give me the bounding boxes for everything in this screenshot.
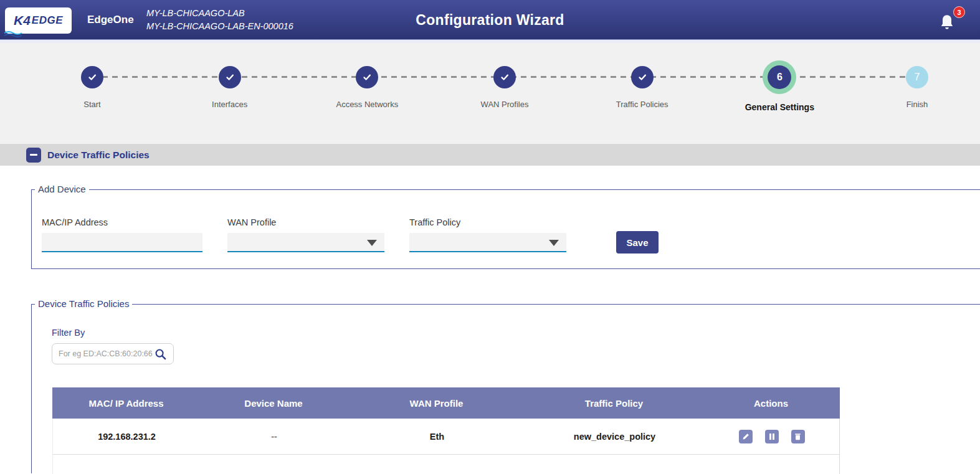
step-label: Traffic Policies xyxy=(592,100,692,109)
device-policies-table: MAC/ IP AddressDevice NameWAN ProfileTra… xyxy=(52,387,840,474)
step-active-ring: 6 xyxy=(763,60,796,94)
cell-actions xyxy=(703,419,840,454)
wan-profile-label: WAN Profile xyxy=(227,217,384,227)
page-title: Configuration Wizard xyxy=(0,0,980,40)
table-row: 192.168.231.2--Ethnew_device_policy xyxy=(52,419,840,455)
traffic-policy-field-group: Traffic Policy xyxy=(409,217,566,254)
edit-icon xyxy=(742,433,749,440)
stepper-step-general-settings[interactable]: 6General Settings xyxy=(730,60,829,112)
app-header: K4 EDGE EdgeOne MY-LB-CHICAAGO-LAB MY-LB… xyxy=(0,0,980,40)
table-empty-row xyxy=(52,455,840,474)
step-done-circle xyxy=(493,66,516,88)
step-done-circle xyxy=(631,66,654,88)
search-button[interactable] xyxy=(153,347,167,361)
table-header-cell: MAC/ IP Address xyxy=(52,387,200,419)
cell-mac-ip: 192.168.231.2 xyxy=(53,419,201,454)
step-circle: 7 xyxy=(867,60,967,94)
mac-ip-field-group: MAC/IP Address xyxy=(42,217,202,254)
section-title: Device Traffic Policies xyxy=(47,149,150,161)
filter-input[interactable] xyxy=(59,349,153,358)
step-circle xyxy=(317,60,417,94)
table-header-row: MAC/ IP AddressDevice NameWAN ProfileTra… xyxy=(52,387,840,419)
stepper-step-access-networks[interactable]: Access Networks xyxy=(317,60,417,109)
bell-icon xyxy=(939,14,955,31)
section-header-bar: Device Traffic Policies xyxy=(0,144,980,166)
traffic-policy-label: Traffic Policy xyxy=(409,217,566,227)
stepper-step-start[interactable]: Start xyxy=(42,60,142,109)
mac-ip-input[interactable] xyxy=(42,233,202,252)
step-label: WAN Profiles xyxy=(455,100,554,109)
stepper-step-wan-profiles[interactable]: WAN Profiles xyxy=(455,60,554,109)
cell-device-name: -- xyxy=(201,419,348,454)
check-icon xyxy=(637,72,648,83)
cell-wan-profile: Eth xyxy=(348,419,526,454)
check-icon xyxy=(499,72,510,83)
delete-button[interactable] xyxy=(791,430,805,443)
check-icon xyxy=(87,72,98,83)
add-device-legend: Add Device xyxy=(35,184,89,194)
stepper-step-interfaces[interactable]: Interfaces xyxy=(180,60,280,109)
wan-profile-field-group: WAN Profile xyxy=(227,217,384,254)
step-circle xyxy=(455,60,554,94)
table-header-cell: WAN Profile xyxy=(347,387,526,419)
step-label: Finish xyxy=(867,100,967,109)
minus-icon xyxy=(30,154,37,156)
check-icon xyxy=(224,72,235,83)
check-icon xyxy=(361,72,373,83)
stepper-step-finish[interactable]: 7Finish xyxy=(867,60,967,109)
chevron-down-icon xyxy=(549,240,559,246)
wan-profile-select[interactable] xyxy=(227,233,384,252)
pause-icon xyxy=(769,433,775,440)
add-device-form: MAC/IP Address WAN Profile Traffic Polic… xyxy=(32,190,980,254)
table-body: 192.168.231.2--Ethnew_device_policy xyxy=(52,419,840,455)
collapse-section-button[interactable] xyxy=(26,148,41,163)
table-header-cell: Device Name xyxy=(200,387,347,419)
step-label: Interfaces xyxy=(180,100,280,109)
device-traffic-policies-panel: Device Traffic Policies Filter By MAC/ I… xyxy=(31,304,980,473)
stepper-step-traffic-policies[interactable]: Traffic Policies xyxy=(592,60,692,109)
step-number: 7 xyxy=(906,66,928,88)
step-done-circle xyxy=(219,66,241,88)
stepper: StartInterfacesAccess NetworksWAN Profil… xyxy=(0,43,980,144)
step-circle: 6 xyxy=(730,60,829,94)
step-done-circle xyxy=(356,66,378,88)
policies-legend: Device Traffic Policies xyxy=(35,298,132,309)
table-header-cell: Actions xyxy=(702,387,840,419)
step-done-circle xyxy=(81,66,103,88)
filter-input-group xyxy=(52,343,174,364)
add-device-panel: Add Device MAC/IP Address WAN Profile Tr… xyxy=(31,189,980,269)
edit-button[interactable] xyxy=(739,430,753,443)
mac-ip-label: MAC/IP Address xyxy=(42,217,202,227)
step-circle xyxy=(180,60,280,94)
traffic-policy-select[interactable] xyxy=(409,233,566,252)
step-circle xyxy=(42,60,142,94)
notification-count-badge: 3 xyxy=(953,6,965,18)
filter-by-label: Filter By xyxy=(52,328,980,338)
table-header-cell: Traffic Policy xyxy=(526,387,702,419)
step-circle xyxy=(592,60,692,94)
step-label: Start xyxy=(42,100,142,109)
cell-traffic-policy: new_device_policy xyxy=(526,419,703,454)
step-number: 6 xyxy=(768,65,791,89)
step-label: General Settings xyxy=(730,102,829,112)
search-icon xyxy=(155,348,166,360)
chevron-down-icon xyxy=(367,240,377,246)
save-button[interactable]: Save xyxy=(616,231,659,254)
delete-icon xyxy=(794,433,801,440)
step-label: Access Networks xyxy=(317,100,417,109)
pause-button[interactable] xyxy=(765,430,779,443)
notifications-button[interactable]: 3 xyxy=(939,10,960,31)
